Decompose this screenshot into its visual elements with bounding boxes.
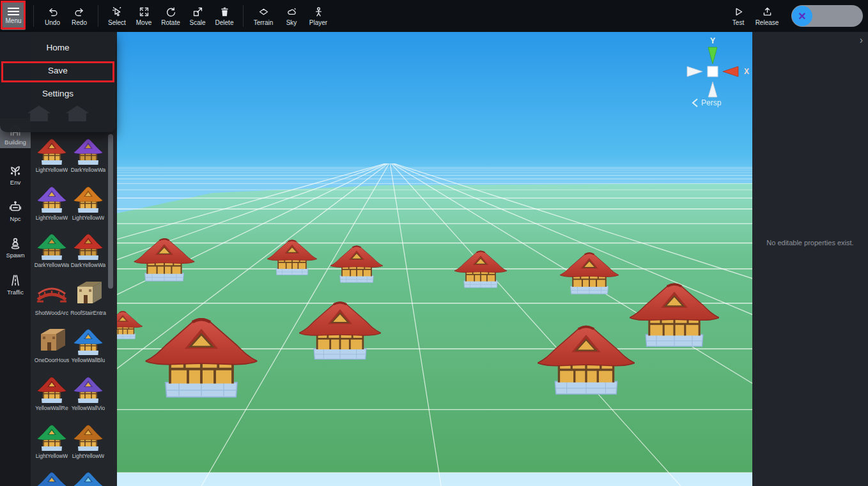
asset-item-label: DarkYellowWa	[71, 262, 106, 268]
menu-item-save[interactable]: Save	[0, 60, 116, 81]
asset-item-DarkYellowWa[interactable]: DarkYellowWa	[33, 227, 70, 273]
gizmo-cube[interactable]	[708, 66, 718, 77]
gizmo-y-label: Y	[710, 36, 715, 45]
house-thumbnail	[35, 227, 69, 262]
house-thumbnail	[71, 466, 105, 486]
asset-item-label: LightYellowW	[72, 215, 105, 221]
sidebar-item-traffic[interactable]: Traffic	[0, 265, 31, 298]
sidebar-item-npc[interactable]: Npc	[0, 192, 31, 225]
gizmo-x-label: X	[744, 67, 749, 76]
asset-item-label: ShotWoodArc	[35, 310, 68, 316]
asset-item-DarkYellowWa[interactable]: DarkYellowWa	[70, 132, 107, 178]
asset-item-label: LightYellowW	[72, 453, 105, 459]
top-toolbar: Menu Undo Redo Select Move Rotate Scale	[0, 0, 868, 32]
asset-item-LightYellowW[interactable]: LightYellowW	[33, 180, 70, 226]
select-tool-button[interactable]: Select	[104, 1, 130, 31]
release-button[interactable]: Release	[752, 1, 782, 31]
asset-item-OneDoorHous[interactable]: OneDoorHous	[33, 323, 70, 368]
scene-canvas: Y X Persp	[117, 32, 752, 486]
asset-item-LightYellowW[interactable]: LightYellowW	[33, 418, 70, 464]
asset-panel-scrollbar[interactable]	[108, 134, 113, 289]
asset-item-LightYellowW[interactable]: LightYellowW	[70, 418, 107, 464]
asset-item-LightYellowW[interactable]: LightYellowW	[33, 132, 70, 178]
asset-item-YellowWallBlu[interactable]: YellowWallBlu	[70, 323, 107, 368]
trash-icon	[219, 6, 230, 17]
asset-item-LightYellowW[interactable]: LightYellowW	[70, 180, 107, 226]
box-thumbnail	[35, 323, 69, 357]
asset-item-label: LightYellowW	[36, 167, 68, 173]
sky-button[interactable]: Sky	[278, 1, 305, 31]
house-thumbnail	[71, 418, 105, 453]
scale-tool-button[interactable]: Scale	[184, 1, 211, 31]
asset-item-label: RoofStairEntra	[70, 310, 106, 316]
scale-icon	[192, 6, 203, 17]
house-thumbnail	[35, 466, 69, 486]
select-cursor-icon	[112, 6, 123, 17]
rotate-tool-button[interactable]: Rotate	[157, 1, 184, 31]
entrance-thumbnail	[71, 275, 105, 310]
account-pill[interactable]: ✕	[791, 5, 863, 27]
asset-item-ShotWoodArc[interactable]: ShotWoodArc	[33, 275, 70, 321]
delete-tool-button[interactable]: Delete	[211, 1, 238, 31]
terrain-button[interactable]: Terrain	[249, 1, 278, 31]
house-thumbnail	[71, 323, 105, 357]
terrain-icon	[258, 6, 269, 17]
asset-item-unlabeled[interactable]	[33, 466, 70, 486]
player-button[interactable]: Player	[305, 1, 332, 31]
test-button[interactable]: Test	[725, 1, 752, 31]
player-icon	[313, 6, 324, 17]
menu-item-settings[interactable]: Settings	[0, 83, 116, 104]
asset-item-unlabeled[interactable]	[70, 466, 107, 486]
house-thumbnail	[35, 180, 69, 215]
avatar: ✕	[792, 6, 812, 26]
toolbar-separator	[243, 5, 244, 27]
asset-item-YellowWallVio[interactable]: YellowWallVio	[70, 370, 107, 416]
undo-button[interactable]: Undo	[39, 1, 66, 31]
asset-item-label: OneDoorHous	[35, 357, 69, 363]
asset-item-label: DarkYellowWa	[71, 167, 106, 173]
toolbar-separator	[33, 5, 34, 27]
house-thumbnail	[35, 418, 69, 453]
menu-dropdown: Home Save Settings	[0, 32, 116, 132]
house-thumbnail	[71, 227, 105, 262]
asset-item-label: LightYellowW	[36, 453, 68, 459]
projection-label: Persp	[701, 98, 722, 107]
asset-item-DarkYellowWa[interactable]: DarkYellowWa	[70, 227, 107, 273]
move-icon	[139, 6, 150, 17]
properties-empty-text: No editable properties exist.	[752, 239, 868, 247]
occluded-asset-ghosts	[0, 102, 116, 129]
sidebar-item-env[interactable]: Env	[0, 155, 31, 188]
asset-item-RoofStairEntra[interactable]: RoofStairEntra	[70, 275, 107, 321]
sidebar-item-spawn[interactable]: Spawn	[0, 228, 31, 261]
scene-viewport[interactable]: Y X Persp	[117, 32, 752, 486]
menu-button-label: Menu	[5, 17, 21, 24]
house-thumbnail	[71, 180, 105, 215]
redo-icon	[74, 6, 85, 17]
menu-button[interactable]: Menu	[1, 2, 26, 30]
asset-item-label: DarkYellowWa	[35, 262, 70, 268]
sky-icon	[286, 6, 297, 17]
bridge-thumbnail	[35, 275, 69, 310]
play-icon	[733, 6, 744, 17]
asset-item-label: YellowWallBlu	[72, 357, 105, 363]
rotate-icon	[166, 6, 176, 17]
asset-item-YellowWallRe[interactable]: YellowWallRe	[33, 370, 70, 416]
properties-panel: › No editable properties exist.	[752, 32, 868, 486]
move-tool-button[interactable]: Move	[130, 1, 157, 31]
redo-button[interactable]: Redo	[66, 1, 93, 31]
menu-item-home[interactable]: Home	[0, 37, 116, 58]
road-icon	[8, 273, 22, 287]
asset-item-label: YellowWallVio	[72, 405, 105, 411]
hamburger-icon	[7, 8, 20, 15]
house-thumbnail	[35, 132, 69, 167]
undo-icon	[47, 6, 58, 17]
house-thumbnail	[71, 132, 105, 167]
panel-collapse-chevron-icon[interactable]: ›	[860, 34, 863, 46]
house-thumbnail	[35, 370, 69, 405]
house-thumbnail	[71, 370, 105, 405]
asset-item-label: YellowWallRe	[35, 405, 68, 411]
spawn-pin-icon	[8, 236, 22, 250]
plant-icon	[8, 163, 22, 178]
upload-icon	[762, 6, 773, 17]
robot-icon	[8, 200, 22, 214]
